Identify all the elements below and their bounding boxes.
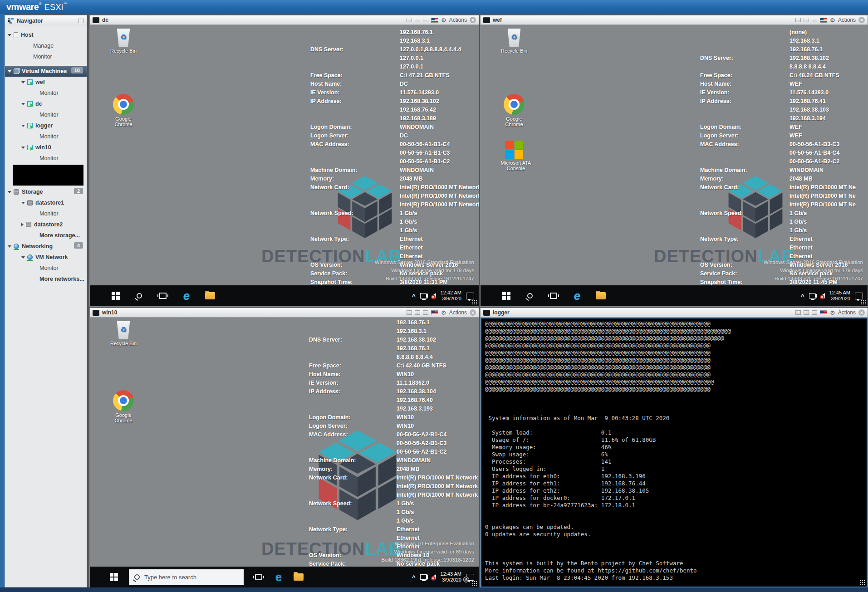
speaker-muted-icon[interactable] bbox=[432, 293, 436, 298]
windows-start-button[interactable] bbox=[501, 291, 511, 301]
tree-arrow-icon[interactable] bbox=[21, 202, 25, 204]
console-window-titlebar[interactable]: wef ⚙ Actions × bbox=[481, 15, 868, 25]
vm-desktop-wef[interactable]: Recycle Bin Google Chrome Microsoft ATA … bbox=[481, 25, 868, 306]
internet-explorer-icon[interactable]: e bbox=[181, 291, 191, 301]
sidebar-item[interactable]: Host bbox=[5, 29, 87, 40]
windows-start-button[interactable] bbox=[111, 291, 121, 301]
taskbar-overflow-chevron-icon[interactable]: ^ bbox=[801, 293, 804, 299]
file-explorer-icon[interactable] bbox=[596, 291, 606, 301]
close-icon[interactable]: × bbox=[858, 309, 865, 316]
vm-taskbar[interactable]: e ^ 12:42 AM 3/9/2020 bbox=[90, 285, 479, 306]
task-view-icon[interactable] bbox=[254, 572, 264, 582]
vm-taskbar[interactable]: Type here to search e ^ 12:43 AM 3/9/202… bbox=[90, 567, 479, 587]
sidebar-item[interactable]: Monitor bbox=[5, 109, 87, 120]
terminal-prompt-line[interactable]: vagrant@logger:~$ bbox=[485, 582, 867, 587]
console-popout-icon[interactable] bbox=[415, 18, 420, 22]
close-icon[interactable]: × bbox=[470, 17, 476, 23]
console-resize-grip[interactable] bbox=[860, 580, 865, 585]
task-view-icon[interactable] bbox=[158, 291, 168, 301]
console-screenshot-icon[interactable] bbox=[407, 310, 412, 315]
console-resize-grip[interactable] bbox=[861, 299, 866, 305]
task-view-icon[interactable] bbox=[549, 291, 559, 301]
recycle-bin-shortcut[interactable]: Recycle Bin bbox=[106, 29, 141, 54]
google-chrome-shortcut[interactable]: Google Chrome bbox=[106, 390, 141, 423]
sidebar-item[interactable]: Virtual Machines 10 bbox=[5, 66, 87, 77]
sidebar-item[interactable]: logger bbox=[5, 120, 87, 131]
actions-button[interactable]: Actions bbox=[838, 17, 856, 23]
speaker-muted-icon[interactable] bbox=[432, 574, 436, 580]
tree-arrow-icon[interactable] bbox=[8, 34, 11, 36]
tree-arrow-icon[interactable] bbox=[21, 125, 25, 127]
sidebar-item[interactable]: Monitor bbox=[5, 263, 87, 274]
taskbar-overflow-chevron-icon[interactable]: ^ bbox=[412, 293, 416, 299]
console-resize-grip[interactable] bbox=[472, 299, 477, 305]
sidebar-item[interactable]: dc bbox=[5, 98, 87, 109]
console-screenshot-icon[interactable] bbox=[795, 18, 801, 22]
sidebar-item[interactable]: Manage bbox=[5, 40, 87, 51]
sidebar-item[interactable]: VM Network bbox=[5, 252, 87, 263]
sidebar-item[interactable]: win10 bbox=[5, 142, 87, 153]
sidebar-item[interactable]: Storage 2 bbox=[5, 186, 87, 197]
vm-desktop-dc[interactable]: Recycle Bin Google Chrome DETECTIONLAB bbox=[90, 25, 479, 306]
actions-button[interactable]: Actions bbox=[449, 17, 467, 23]
navigator-pin-icon[interactable] bbox=[78, 19, 84, 23]
console-screenshot-icon[interactable] bbox=[795, 310, 801, 315]
console-fullscreen-icon[interactable] bbox=[812, 18, 817, 22]
console-fullscreen-icon[interactable] bbox=[423, 18, 428, 22]
google-chrome-shortcut[interactable]: Google Chrome bbox=[106, 94, 141, 127]
taskbar-overflow-chevron-icon[interactable]: ^ bbox=[412, 574, 416, 581]
sidebar-item[interactable]: Monitor bbox=[5, 51, 87, 62]
taskbar-search-icon[interactable] bbox=[525, 291, 535, 301]
logger-terminal[interactable]: @@@@@@@@@@@@@@@@@@@@@@@@@@@@@@@@@@@@@@@@… bbox=[481, 318, 868, 587]
keyboard-layout-us-flag-icon[interactable] bbox=[431, 18, 438, 23]
vm-desktop-win10[interactable]: Recycle Bin Google Chrome DETECTIONLAB bbox=[90, 318, 479, 587]
tree-arrow-icon[interactable] bbox=[21, 103, 25, 105]
tree-arrow-icon[interactable] bbox=[21, 256, 25, 259]
console-popout-icon[interactable] bbox=[804, 18, 809, 22]
sidebar-item[interactable]: Networking 4 bbox=[5, 241, 87, 252]
taskbar-search-input[interactable]: Type here to search bbox=[129, 569, 244, 585]
internet-explorer-icon[interactable]: e bbox=[572, 291, 582, 301]
file-explorer-icon[interactable] bbox=[205, 291, 215, 301]
sidebar-item[interactable]: Monitor bbox=[5, 153, 87, 164]
taskbar-clock[interactable]: 12:45 AM 3/9/2020 bbox=[829, 290, 850, 302]
vm-taskbar[interactable]: e ^ 12:45 AM 3/9/2020 bbox=[481, 285, 868, 306]
keyboard-layout-us-flag-icon[interactable] bbox=[431, 310, 438, 315]
action-center-icon[interactable] bbox=[466, 293, 474, 299]
close-icon[interactable]: × bbox=[858, 17, 865, 23]
sidebar-item[interactable]: wef bbox=[5, 77, 87, 88]
keyboard-layout-us-flag-icon[interactable] bbox=[820, 18, 827, 23]
sidebar-item[interactable]: Monitor bbox=[5, 208, 87, 219]
console-popout-icon[interactable] bbox=[804, 310, 809, 315]
actions-button[interactable]: Actions bbox=[838, 309, 856, 316]
sidebar-item[interactable]: datastore1 bbox=[5, 197, 87, 208]
gear-icon[interactable]: ⚙ bbox=[441, 17, 446, 23]
close-icon[interactable]: × bbox=[470, 309, 476, 316]
gear-icon[interactable]: ⚙ bbox=[830, 17, 835, 23]
keyboard-layout-us-flag-icon[interactable] bbox=[820, 310, 827, 315]
tree-arrow-icon[interactable] bbox=[21, 147, 25, 149]
tree-arrow-icon[interactable] bbox=[8, 191, 11, 193]
sidebar-item[interactable]: More networks... bbox=[5, 274, 87, 284]
microsoft-ata-console-shortcut[interactable]: Microsoft ATA Console bbox=[497, 141, 531, 171]
taskbar-search-icon[interactable] bbox=[134, 291, 144, 301]
console-window-titlebar[interactable]: dc ⚙ Actions × bbox=[90, 15, 479, 25]
speaker-muted-icon[interactable] bbox=[821, 293, 825, 298]
microsoft-edge-icon[interactable]: e bbox=[274, 572, 284, 582]
recycle-bin-shortcut[interactable]: Recycle Bin bbox=[497, 29, 531, 54]
tree-arrow-icon[interactable] bbox=[21, 223, 24, 226]
action-center-icon[interactable]: 6 bbox=[466, 574, 474, 581]
windows-start-button[interactable] bbox=[109, 572, 119, 582]
console-window-titlebar[interactable]: win10 ⚙ Actions × bbox=[90, 308, 479, 318]
file-explorer-icon[interactable] bbox=[294, 572, 304, 582]
sidebar-item[interactable]: More storage... bbox=[5, 230, 87, 241]
sidebar-item[interactable]: Monitor bbox=[5, 131, 87, 142]
tree-arrow-icon[interactable] bbox=[8, 70, 11, 73]
sidebar-item[interactable]: Monitor bbox=[5, 88, 87, 98]
actions-button[interactable]: Actions bbox=[449, 309, 467, 316]
console-fullscreen-icon[interactable] bbox=[812, 310, 817, 315]
sidebar-item[interactable] bbox=[13, 165, 83, 186]
gear-icon[interactable]: ⚙ bbox=[830, 310, 835, 316]
sidebar-item[interactable]: datastore2 bbox=[5, 219, 87, 230]
console-screenshot-icon[interactable] bbox=[407, 18, 412, 22]
